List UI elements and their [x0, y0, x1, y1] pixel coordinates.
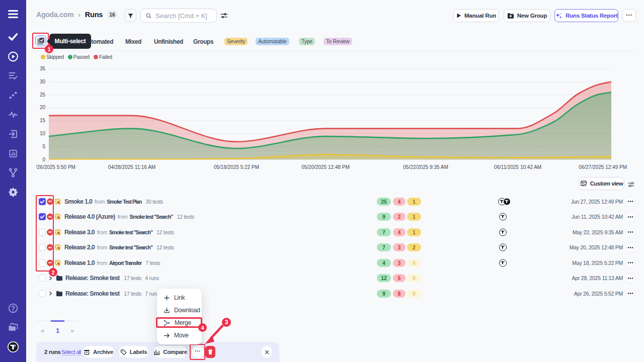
svg-text:5: 5 — [42, 144, 45, 149]
svg-text:25: 25 — [40, 92, 46, 98]
svg-text:20: 20 — [40, 105, 46, 110]
svg-text:35: 35 — [40, 66, 46, 71]
svg-text:30: 30 — [40, 79, 46, 84]
svg-text:0: 0 — [42, 157, 45, 162]
svg-text:05/22/2025 9:35 AM: 05/22/2025 9:35 AM — [403, 164, 448, 170]
svg-text:10: 10 — [40, 131, 46, 136]
svg-text:/26/2025 5:50 PM: /26/2025 5:50 PM — [36, 164, 75, 170]
svg-text:15: 15 — [40, 118, 46, 123]
svg-text:06/11/2025 10:42 AM: 06/11/2025 10:42 AM — [494, 164, 541, 170]
svg-text:05/18/2025 5:22 PM: 05/18/2025 5:22 PM — [214, 164, 259, 170]
svg-text:05/20/2025 12:48 PM: 05/20/2025 12:48 PM — [301, 164, 350, 170]
svg-text:06/27/2025 12:49 PM: 06/27/2025 12:49 PM — [579, 164, 627, 170]
svg-text:04/28/2025 11:16 AM: 04/28/2025 11:16 AM — [108, 164, 155, 170]
